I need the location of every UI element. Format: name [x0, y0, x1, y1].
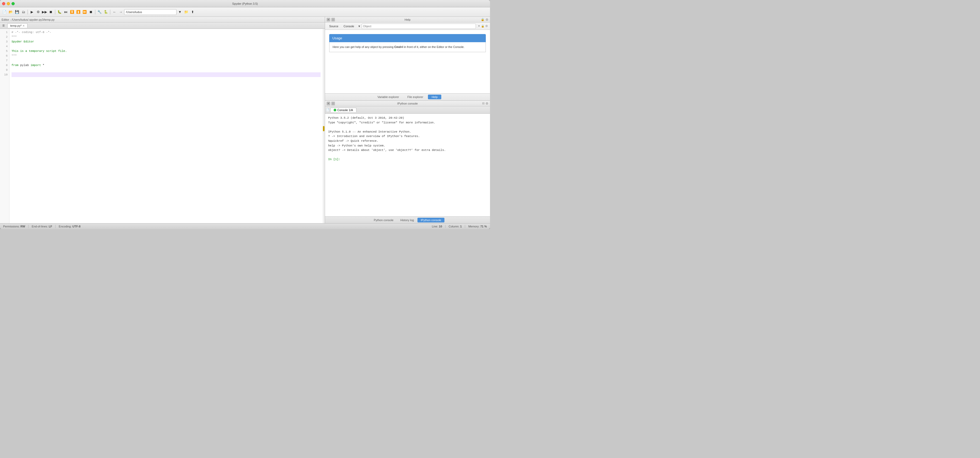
code-text-5: This is a temporary script file.: [11, 49, 67, 53]
path-value: /Users/ludus: [126, 11, 142, 14]
help-toolbar: Source Console ▼ ▼ 🔒 ⚙: [325, 22, 490, 30]
minimize-button[interactable]: [7, 2, 10, 5]
preferences-button[interactable]: 🔧: [97, 9, 102, 15]
memory-status: Memory: 71 %: [468, 225, 487, 228]
code-line-1: # -*- coding: utf-8 -*-: [11, 30, 321, 35]
help-usage-box: Usage: [329, 34, 486, 42]
right-panel: ✕ □ Help 🔒 ⚙ Source Console ▼: [325, 17, 490, 223]
code-content[interactable]: # -*- coding: utf-8 -*- """ Spyder Edito…: [10, 29, 323, 223]
object-input[interactable]: [362, 24, 476, 29]
help-usage-content: Here you can get help of any object by p…: [329, 42, 486, 52]
console-dropdown-icon: ▼: [358, 25, 361, 28]
console-tab-1[interactable]: Console 1/A: [330, 108, 356, 112]
help-panel-header: ✕ □ Help 🔒 ⚙: [325, 17, 490, 22]
object-lock-icon[interactable]: 🔒: [481, 25, 484, 27]
memory-label: Memory:: [468, 225, 479, 228]
eol-status: End-of-lines: LF: [32, 225, 52, 228]
permissions-status: Permissions: RW: [3, 225, 25, 228]
console-status-icon: [334, 109, 336, 111]
code-line-9: [11, 68, 321, 72]
console-settings-icon[interactable]: ⚙: [485, 102, 488, 105]
help-console-button[interactable]: Console: [342, 24, 356, 28]
editor-scrollbar[interactable]: [323, 29, 325, 223]
settings-icon[interactable]: ⚙: [485, 18, 488, 21]
column-label: Column:: [449, 225, 459, 228]
console-line-7: object? -> Details about 'object', use '…: [328, 148, 487, 153]
console-split-icon[interactable]: ⊟: [482, 102, 485, 105]
save-all-button[interactable]: 🗂: [21, 9, 26, 15]
tab-label: temp.py*: [10, 24, 21, 27]
maximize-button[interactable]: [11, 2, 15, 5]
console-panel: ✕ □ IPython console ⊟ ⚙ 📄: [325, 101, 490, 223]
variable-explorer-tab[interactable]: Variable explorer: [374, 94, 402, 99]
history-log-tab[interactable]: History log: [397, 218, 417, 222]
encoding-status: Encoding: UTF-8: [59, 225, 80, 228]
line-numbers: 1 2 3 4 5 6 7 8 9 10: [0, 29, 10, 223]
console-float-button[interactable]: □: [331, 102, 335, 105]
path-input[interactable]: /Users/ludus: [124, 9, 177, 15]
object-dropdown-icon[interactable]: ▼: [478, 25, 480, 27]
editor-panel: Editor - /Users/ludus/.spyder-py3/temp.p…: [0, 17, 325, 223]
forward-button[interactable]: →: [118, 9, 124, 15]
path-dropdown-button[interactable]: ▼: [177, 9, 183, 15]
close-button[interactable]: [2, 2, 5, 5]
console-bottom-tabs: Python console History log IPython conso…: [325, 216, 490, 223]
run-button[interactable]: ▶: [29, 9, 35, 15]
console-line-4: ? -> Introduction and overview of IPytho…: [328, 134, 487, 139]
console-panel-header: ✕ □ IPython console ⊟ ⚙: [325, 101, 490, 106]
encoding-label: Encoding:: [59, 225, 72, 228]
continue-button[interactable]: ⏩: [82, 9, 88, 15]
console-new-icon[interactable]: 📄: [326, 109, 329, 111]
new-file-button[interactable]: 📄: [2, 9, 7, 15]
toolbar-separator-3: [95, 10, 95, 14]
code-line-7: [11, 58, 321, 63]
line-label: Line:: [432, 225, 438, 228]
tab-close-button[interactable]: ✕: [22, 24, 25, 27]
lock-icon[interactable]: 🔒: [481, 18, 485, 21]
stop-button[interactable]: ⏹: [48, 9, 54, 15]
code-comment-1: # -*- coding: utf-8 -*-: [11, 30, 51, 35]
column-status: Column: 1: [449, 225, 462, 228]
status-bar: Permissions: RW End-of-lines: LF Encodin…: [0, 223, 490, 229]
tab-list-button[interactable]: ☰: [1, 23, 6, 28]
open-file-button[interactable]: 📂: [8, 9, 14, 15]
console-dropdown[interactable]: ▼: [358, 25, 361, 28]
editor-tab-temp-py[interactable]: temp.py* ✕: [7, 23, 27, 28]
main-window: Spyder (Python 3.5) 📄 📂 💾 🗂 ▶ ⚙ ▶▶ ⏹ 🐛 ⏭…: [0, 0, 490, 229]
browse-button[interactable]: 📁: [183, 9, 189, 15]
help-tab[interactable]: Help: [428, 94, 441, 99]
code-line-10: [11, 72, 321, 77]
debug-button[interactable]: 🐛: [57, 9, 62, 15]
stop-debug-button[interactable]: ⏹: [88, 9, 94, 15]
code-string-6: """: [11, 53, 17, 58]
save-file-button[interactable]: 💾: [14, 9, 20, 15]
python-path-button[interactable]: 🐍: [103, 9, 109, 15]
console-panel-actions: ⊟ ⚙: [482, 102, 488, 105]
window-title: Spyder (Python 3.5): [232, 2, 258, 5]
home-button[interactable]: ⬆: [189, 9, 196, 15]
title-bar: Spyder (Python 3.5): [0, 0, 490, 7]
file-explorer-tab[interactable]: File explorer: [404, 94, 427, 99]
object-settings-icon[interactable]: ⚙: [485, 24, 488, 28]
ipython-console-tab[interactable]: IPython console: [417, 218, 444, 222]
panel-close-button[interactable]: ✕: [326, 18, 330, 21]
help-input-actions: ▼ 🔒 ⚙: [478, 24, 488, 28]
status-sep-4: [465, 225, 465, 228]
panel-float-button[interactable]: □: [331, 18, 335, 21]
back-button[interactable]: ←: [111, 9, 117, 15]
console-tab-icons: 📄: [326, 109, 329, 111]
permissions-label: Permissions:: [3, 225, 20, 228]
python-console-tab[interactable]: Python console: [371, 218, 396, 222]
step-into-button[interactable]: ⏬: [69, 9, 75, 15]
run-selection-button[interactable]: ▶▶: [41, 9, 48, 15]
main-toolbar: 📄 📂 💾 🗂 ▶ ⚙ ▶▶ ⏹ 🐛 ⏭ ⏬ ⏫ ⏩ ⏹ 🔧 🐍 ← → /Us…: [0, 7, 490, 17]
console-output[interactable]: Python 3.5.2 (default, Oct 3 2016, 20:42…: [325, 114, 490, 216]
step-return-button[interactable]: ⏫: [75, 9, 81, 15]
run-config-button[interactable]: ⚙: [35, 9, 41, 15]
status-sep-2: [55, 225, 56, 228]
console-close-button[interactable]: ✕: [326, 102, 330, 105]
usage-shortcut: Cmd+I: [394, 45, 403, 48]
help-source-button[interactable]: Source: [327, 24, 340, 28]
help-bottom-tabs: Variable explorer File explorer Help: [325, 93, 490, 101]
step-button[interactable]: ⏭: [63, 9, 68, 15]
